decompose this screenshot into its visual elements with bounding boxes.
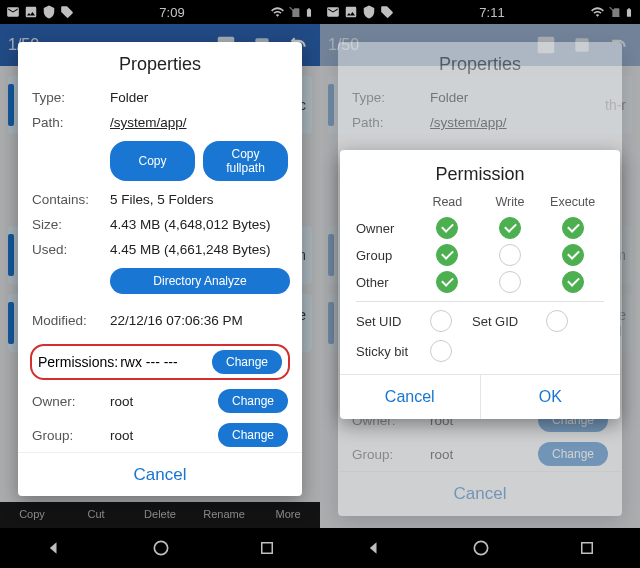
write-header: Write [479, 195, 542, 209]
other-write-checkbox[interactable] [499, 271, 521, 293]
cancel-button[interactable]: Cancel [18, 452, 302, 497]
owner-execute-checkbox[interactable] [562, 217, 584, 239]
path-value[interactable]: /system/app/ [110, 115, 288, 130]
owner-read-checkbox[interactable] [436, 217, 458, 239]
read-header: Read [416, 195, 479, 209]
owner-write-checkbox[interactable] [499, 217, 521, 239]
type-value: Folder [110, 90, 288, 105]
change-owner-button[interactable]: Change [218, 389, 288, 413]
group-label: Group: [32, 428, 110, 443]
other-read-checkbox[interactable] [436, 271, 458, 293]
right-screenshot: 7:11 1/50 th-r n-m me .M Properties Type… [320, 0, 640, 568]
group-write-checkbox[interactable] [499, 244, 521, 266]
sticky-checkbox[interactable] [430, 340, 452, 362]
setuid-label: Set UID [356, 314, 430, 329]
perm-ok-button[interactable]: OK [481, 375, 621, 419]
group-read-checkbox[interactable] [436, 244, 458, 266]
other-execute-checkbox[interactable] [562, 271, 584, 293]
used-label: Used: [32, 242, 110, 257]
contains-value: 5 Files, 5 Folders [110, 192, 288, 207]
other-label: Other [356, 275, 416, 290]
size-value: 4.43 MB (4,648,012 Bytes) [110, 217, 288, 232]
group-value: root [110, 428, 218, 443]
execute-header: Execute [541, 195, 604, 209]
sticky-label: Sticky bit [356, 344, 430, 359]
copy-button[interactable]: Copy [110, 141, 195, 181]
change-group-button[interactable]: Change [218, 423, 288, 447]
permissions-highlight: Permissions: rwx --- --- Change [30, 344, 290, 380]
setgid-label: Set GID [472, 314, 546, 329]
properties-dialog: Properties Type:Folder Path:/system/app/… [18, 42, 302, 496]
modified-value: 22/12/16 07:06:36 PM [110, 313, 288, 328]
perm-cancel-button[interactable]: Cancel [340, 375, 481, 419]
type-label: Type: [32, 90, 110, 105]
size-label: Size: [32, 217, 110, 232]
analyze-button[interactable]: Directory Analyze [110, 268, 290, 294]
dialog-title: Properties [32, 54, 288, 75]
used-value: 4.45 MB (4,661,248 Bytes) [110, 242, 288, 257]
owner-value: root [110, 394, 218, 409]
setgid-checkbox[interactable] [546, 310, 568, 332]
permissions-label: Permissions: [38, 354, 118, 370]
copy-fullpath-button[interactable]: Copy fullpath [203, 141, 288, 181]
owner-label: Owner [356, 221, 416, 236]
contains-label: Contains: [32, 192, 110, 207]
permissions-value: rwx --- --- [120, 354, 178, 370]
path-label: Path: [32, 115, 110, 130]
left-screenshot: 7:09 1/50 th-sic n-m me .M Copy Cut Dele… [0, 0, 320, 568]
owner-label: Owner: [32, 394, 110, 409]
permission-dialog: Permission Read Write Execute Owner Grou… [340, 150, 620, 419]
setuid-checkbox[interactable] [430, 310, 452, 332]
change-permissions-button[interactable]: Change [212, 350, 282, 374]
permission-title: Permission [356, 164, 604, 185]
group-label: Group [356, 248, 416, 263]
dialog-title: Properties [352, 54, 608, 75]
group-execute-checkbox[interactable] [562, 244, 584, 266]
modified-label: Modified: [32, 313, 110, 328]
